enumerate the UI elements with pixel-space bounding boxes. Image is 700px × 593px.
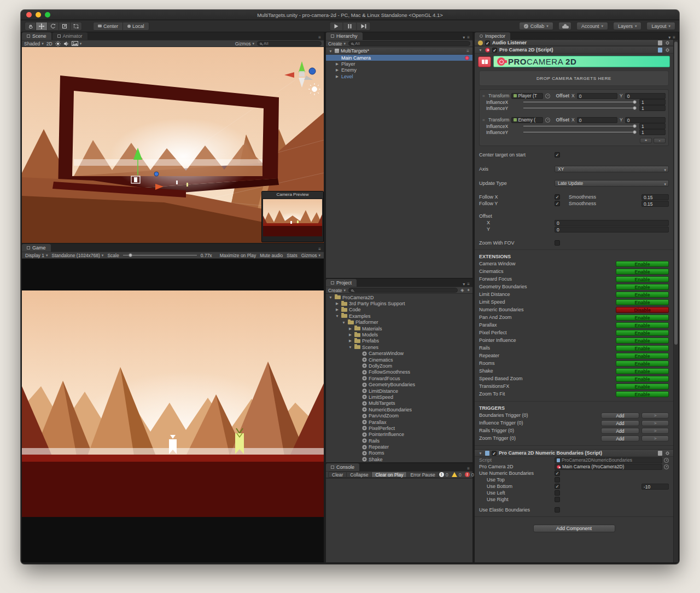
mute-audio-button[interactable]: Mute audio <box>260 253 283 258</box>
gear-icon[interactable] <box>665 48 670 53</box>
play-button[interactable] <box>330 22 343 31</box>
use-numeric-checkbox[interactable] <box>555 470 560 476</box>
project-scene-row[interactable]: PixelPerfect <box>326 425 472 431</box>
close-window-button[interactable] <box>26 12 32 18</box>
console-error-filter[interactable]: !0 <box>465 472 474 478</box>
scale-slider[interactable] <box>123 255 197 255</box>
reference-icon[interactable] <box>658 40 662 45</box>
trigger-expand-button[interactable]: > <box>641 420 669 426</box>
project-scene-row[interactable]: GeometryBoundaries <box>326 381 472 387</box>
pivot-local-button[interactable]: Local <box>123 22 149 31</box>
project-scene-row[interactable]: Shake <box>326 456 472 462</box>
maximize-on-play-button[interactable]: Maximize on Play <box>220 253 256 258</box>
scale-slider-knob[interactable] <box>129 253 132 257</box>
target-offset-x-field[interactable]: 0 <box>577 93 617 99</box>
drag-handle-icon[interactable]: = <box>482 94 486 98</box>
offset-x-field[interactable]: 0 <box>555 220 669 226</box>
remove-target-button[interactable]: - <box>654 138 666 143</box>
resolution-dropdown[interactable]: Standalone (1024x768)▾ <box>51 253 103 258</box>
hierarchy-item-enemy[interactable]: Enemy <box>326 67 472 73</box>
waypoint-handle[interactable] <box>154 172 159 176</box>
foldout-icon[interactable] <box>335 314 340 318</box>
use-bottom-checkbox[interactable] <box>555 484 560 489</box>
offset-y-field[interactable]: 0 <box>555 226 669 232</box>
tab-inspector[interactable]: Inspector <box>475 32 510 40</box>
extension-toggle-button[interactable]: Enable <box>616 284 669 290</box>
numeric-boundaries-enabled-checkbox[interactable] <box>492 451 497 456</box>
target-offset-y-field[interactable]: 0 <box>625 117 666 123</box>
project-scene-row[interactable]: Repeater <box>326 444 472 450</box>
scale-tool-button[interactable] <box>59 22 71 31</box>
extension-toggle-button[interactable]: Enable <box>616 322 669 328</box>
console-warning-filter[interactable]: 0 <box>452 472 462 478</box>
project-scene-row[interactable]: CameraWindow <box>326 351 472 357</box>
influence-y-field[interactable]: 1 <box>639 105 666 111</box>
pro-camera-2d-enabled-checkbox[interactable] <box>492 48 497 53</box>
scene-tab-menu[interactable]: ≡ <box>318 35 324 40</box>
minimize-window-button[interactable] <box>36 12 41 18</box>
audio-listener-enabled-checkbox[interactable] <box>485 40 490 45</box>
object-picker-icon[interactable] <box>664 458 669 463</box>
move-tool-button[interactable] <box>36 22 48 31</box>
pro-camera-2d-header[interactable]: Pro Camera 2D (Script) <box>475 46 673 54</box>
numeric-boundaries-header[interactable]: Pro Camera 2D Numeric Boundaries (Script… <box>475 449 673 457</box>
scene-lighting-button[interactable] <box>55 41 61 46</box>
extension-toggle-button[interactable]: Enable <box>616 315 669 321</box>
search-by-label-icon[interactable]: ✦ <box>466 288 470 293</box>
use-top-checkbox[interactable] <box>555 477 560 482</box>
follow-x-smoothness-field[interactable]: 0.15 <box>641 194 669 200</box>
project-create-dropdown[interactable]: Create▾ <box>328 288 346 293</box>
scene-search-input[interactable]: All <box>257 41 322 46</box>
extension-toggle-button[interactable]: Enable <box>616 376 669 382</box>
slider-knob[interactable] <box>633 100 637 104</box>
extension-toggle-button[interactable]: Disable <box>616 307 669 313</box>
hierarchy-create-dropdown[interactable]: Create▾ <box>328 41 346 46</box>
project-scene-row[interactable]: ForwardFocus <box>326 375 472 381</box>
project-scene-row[interactable]: FollowSmoothness <box>326 369 472 375</box>
use-right-checkbox[interactable] <box>555 497 560 502</box>
trigger-expand-button[interactable]: > <box>641 412 669 418</box>
gear-icon[interactable] <box>665 40 670 45</box>
slider-knob[interactable] <box>633 106 637 110</box>
extension-toggle-button[interactable]: Enable <box>616 383 669 389</box>
rect-tool-button[interactable] <box>71 22 82 31</box>
gear-icon[interactable] <box>665 451 670 456</box>
pro-camera-ref-field[interactable]: Main Camera (ProCamera2D) <box>555 464 662 470</box>
project-folder-row[interactable]: 3rd Party Plugins Support <box>326 300 472 306</box>
project-folder-row[interactable]: Materials <box>326 325 472 332</box>
project-scene-row[interactable]: Cinematics <box>326 357 472 363</box>
console-collapse-button[interactable]: Collapse <box>347 472 372 478</box>
drop-camera-targets-zone[interactable]: DROP CAMERA TARGETS HERE <box>479 71 669 86</box>
influence-y-slider[interactable] <box>523 132 636 132</box>
project-folder-row[interactable]: Scenes <box>326 344 472 350</box>
hierarchy-search-input[interactable]: All <box>348 41 470 46</box>
foldout-icon[interactable] <box>478 451 483 455</box>
project-scene-row[interactable]: PointerInfluence <box>326 432 472 438</box>
influence-y-slider[interactable] <box>523 108 636 108</box>
layout-dropdown[interactable]: Layout ▾ <box>646 22 675 30</box>
project-scene-row[interactable]: MultiTargets <box>326 400 472 406</box>
game-tab-menu[interactable]: ≡ <box>318 247 324 252</box>
object-picker-icon[interactable] <box>545 118 550 123</box>
layers-dropdown[interactable]: Layers ▾ <box>613 22 642 30</box>
script-field[interactable]: ProCamera2DNumericBoundaries <box>555 457 662 463</box>
game-gizmos-dropdown[interactable]: Gizmos▾ <box>301 253 320 258</box>
project-folder-row[interactable]: Prefabs <box>326 338 472 344</box>
foldout-icon[interactable] <box>335 307 340 312</box>
hierarchy-item-main-camera[interactable]: Main Camera <box>326 55 472 61</box>
project-scene-row[interactable]: Rooms <box>326 450 472 456</box>
follow-y-checkbox[interactable] <box>555 201 560 206</box>
extension-toggle-button[interactable]: Enable <box>616 361 669 367</box>
console-info-filter[interactable]: !0 <box>439 472 448 478</box>
rotate-tool-button[interactable] <box>48 22 59 31</box>
console-log-area[interactable] <box>326 478 472 562</box>
extension-toggle-button[interactable]: Enable <box>616 276 669 282</box>
object-picker-icon[interactable] <box>545 94 550 98</box>
foldout-icon[interactable] <box>348 333 353 337</box>
follow-x-checkbox[interactable] <box>555 194 560 200</box>
tab-game[interactable]: Game <box>22 244 51 252</box>
project-folder-row[interactable]: Code <box>326 307 472 313</box>
influence-x-field[interactable]: 1 <box>639 123 666 129</box>
hierarchy-tab-menu[interactable]: ▾≡ <box>463 35 472 40</box>
extension-toggle-button[interactable]: Enable <box>616 299 669 305</box>
